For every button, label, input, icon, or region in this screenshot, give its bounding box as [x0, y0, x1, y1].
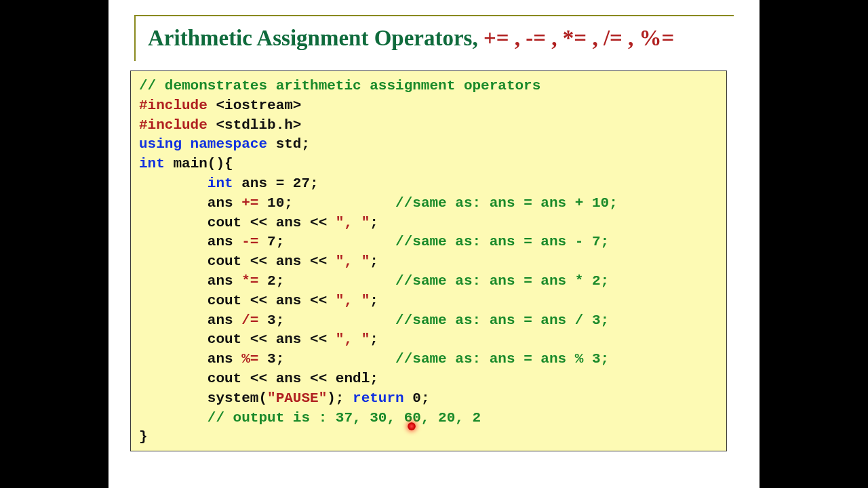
title-operators: += , -= , *= , /= , %=: [484, 26, 674, 50]
val-2t: 2;: [258, 273, 395, 289]
cout-line-2a: cout << ans <<: [139, 253, 336, 269]
pause-string: "PAUSE": [267, 390, 327, 406]
cout-line-1a: cout << ans <<: [139, 215, 336, 230]
preproc-include-1: #include: [139, 98, 216, 113]
system-call-pre: system(: [139, 390, 267, 406]
op-times-equals: *=: [241, 273, 258, 289]
ans-ident-3: ans: [208, 273, 241, 289]
code-comment-header: // demonstrates arithmetic assignment op…: [139, 78, 540, 94]
cout-endl-line: cout << ans << endl;: [139, 371, 378, 386]
slide-title: Arithmetic Assignment Operators, += , -=…: [148, 26, 728, 52]
system-call-post: );: [327, 390, 353, 406]
main-signature: main(){: [173, 156, 233, 171]
int-keyword-main: int: [139, 156, 173, 171]
slide-content: Arithmetic Assignment Operators, += , -=…: [108, 0, 760, 488]
cout-line-4b: ;: [370, 331, 378, 347]
str-sep-2: ", ": [336, 253, 370, 269]
op-div-equals: /=: [241, 312, 258, 328]
str-sep-1: ", ": [336, 215, 370, 230]
code-block: // demonstrates arithmetic assignment op…: [130, 70, 727, 451]
header-iostream: <iostream>: [216, 98, 301, 113]
str-sep-4: ", ": [336, 331, 370, 347]
op-plus-equals: +=: [241, 195, 258, 211]
using-namespace: using namespace: [139, 136, 276, 152]
return-zero: 0;: [412, 390, 429, 406]
header-stdlib: <stdlib.h>: [216, 117, 301, 133]
return-keyword: return: [353, 390, 412, 406]
op-minus-equals: -=: [241, 234, 258, 249]
cout-line-3b: ;: [370, 293, 378, 308]
ans-ident-5: ans: [208, 351, 241, 367]
cout-line-4a: cout << ans <<: [139, 331, 336, 347]
val-3r: 3;: [258, 351, 395, 367]
cout-line-1b: ;: [370, 215, 378, 230]
closing-brace: }: [139, 429, 148, 445]
cout-line-3a: cout << ans <<: [139, 293, 336, 308]
val-10: 10;: [258, 195, 395, 211]
std-ident: std;: [276, 136, 310, 152]
ans-ident-4: ans: [208, 312, 241, 328]
slide-title-frame: Arithmetic Assignment Operators, += , -=…: [134, 15, 734, 61]
output-comment: // output is : 37, 30, 60, 20, 2: [139, 410, 481, 426]
val-3d: 3;: [258, 312, 395, 328]
comment-minus-equals: //same as: ans = ans - 7;: [395, 234, 609, 249]
str-sep-3: ", ": [336, 293, 370, 308]
ans-ident-1: ans: [208, 195, 241, 211]
int-keyword-decl: int: [208, 176, 241, 191]
comment-mod-equals: //same as: ans = ans % 3;: [395, 351, 609, 367]
comment-plus-equals: //same as: ans = ans + 10;: [395, 195, 618, 211]
ans-ident-2: ans: [208, 234, 241, 249]
comment-div-equals: //same as: ans = ans / 3;: [395, 312, 609, 328]
op-mod-equals: %=: [241, 351, 258, 367]
ans-decl: ans = 27;: [241, 176, 318, 191]
title-text: Arithmetic Assignment Operators,: [148, 26, 484, 50]
preproc-include-2: #include: [139, 117, 216, 133]
val-7m: 7;: [258, 234, 395, 249]
comment-times-equals: //same as: ans = ans * 2;: [395, 273, 609, 289]
cout-line-2b: ;: [370, 253, 378, 269]
